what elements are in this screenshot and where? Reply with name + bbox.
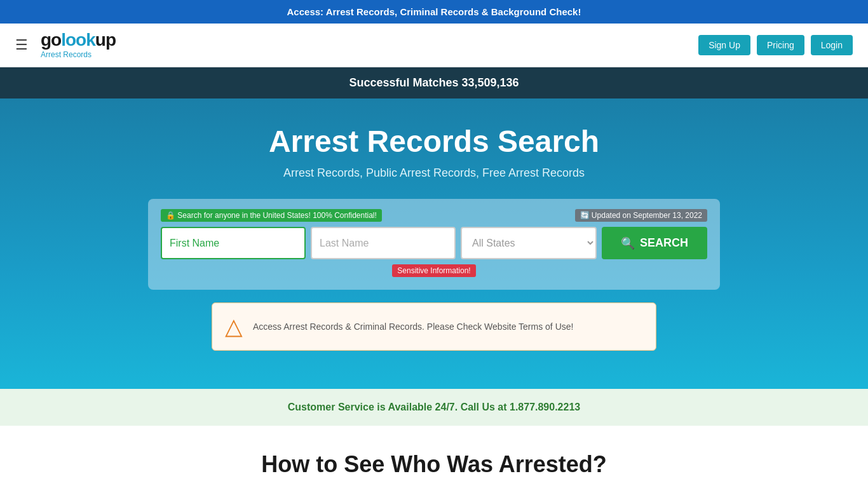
- menu-icon[interactable]: ☰: [15, 37, 28, 53]
- hero-title: Arrest Records Search: [13, 124, 855, 159]
- content-section: How to See Who Was Arrested? Maybe a fri…: [148, 451, 720, 488]
- last-name-input[interactable]: [311, 227, 456, 259]
- logo: golookup Arrest Records: [41, 31, 116, 59]
- warning-icon: △: [225, 313, 243, 340]
- stats-text: Successful Matches 33,509,136: [349, 76, 519, 89]
- warning-text: Access Arrest Records & Criminal Records…: [253, 322, 573, 332]
- top-banner: Access: Arrest Records, Criminal Records…: [0, 0, 868, 24]
- customer-service-bar: Customer Service is Available 24/7. Call…: [0, 389, 868, 426]
- warning-notice: △ Access Arrest Records & Criminal Recor…: [212, 302, 656, 351]
- login-button[interactable]: Login: [811, 35, 853, 55]
- logo-look: look: [61, 30, 95, 50]
- state-select[interactable]: All States Alabama Alaska Arizona Arkans…: [461, 227, 597, 259]
- signup-button[interactable]: Sign Up: [698, 35, 750, 55]
- sensitive-info-label: Sensitive Information!: [161, 264, 707, 277]
- logo-subtitle: Arrest Records: [41, 50, 92, 59]
- hero-section: Arrest Records Search Arrest Records, Pu…: [0, 98, 868, 389]
- search-fields: All States Alabama Alaska Arizona Arkans…: [161, 227, 707, 259]
- content-title: How to See Who Was Arrested?: [161, 451, 707, 478]
- stats-bar: Successful Matches 33,509,136: [0, 67, 868, 98]
- logo-go: go: [41, 30, 61, 50]
- confidential-label: 🔒 Search for anyone in the United States…: [161, 209, 382, 222]
- search-button[interactable]: 🔍 SEARCH: [602, 227, 707, 259]
- sensitive-text: Sensitive Information!: [392, 264, 475, 277]
- search-container: 🔒 Search for anyone in the United States…: [148, 199, 720, 290]
- updated-label: 🔄 Updated on September 13, 2022: [575, 209, 707, 222]
- customer-service-text: Customer Service is Available 24/7. Call…: [288, 402, 510, 412]
- search-icon: 🔍: [621, 236, 635, 250]
- search-button-label: SEARCH: [640, 236, 688, 250]
- top-banner-text: Access: Arrest Records, Criminal Records…: [287, 6, 581, 17]
- header: ☰ golookup Arrest Records Sign Up Pricin…: [0, 24, 868, 67]
- first-name-input[interactable]: [161, 227, 306, 259]
- logo-up: up: [95, 30, 116, 50]
- customer-service-phone[interactable]: 1.877.890.2213: [510, 402, 580, 412]
- pricing-button[interactable]: Pricing: [757, 35, 804, 55]
- logo-text: golookup: [41, 31, 116, 49]
- search-labels: 🔒 Search for anyone in the United States…: [161, 209, 707, 222]
- hero-subtitle: Arrest Records, Public Arrest Records, F…: [13, 166, 855, 180]
- header-nav: Sign Up Pricing Login: [698, 35, 853, 55]
